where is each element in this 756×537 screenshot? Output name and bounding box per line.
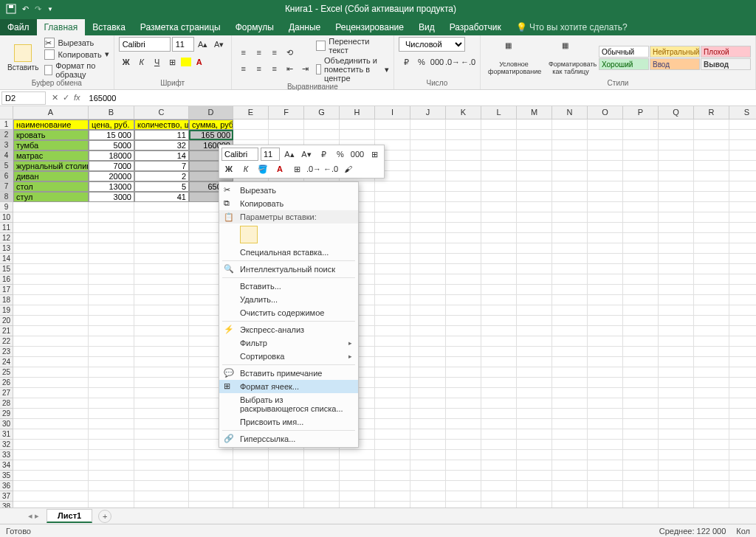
cell-P12[interactable] (623, 233, 659, 243)
cell-M29[interactable] (517, 409, 552, 419)
cell-A32[interactable] (13, 440, 89, 450)
cell-A20[interactable] (13, 316, 89, 326)
cell-O36[interactable] (588, 481, 623, 491)
cell-I37[interactable] (375, 491, 410, 502)
cell-R5[interactable] (694, 161, 729, 171)
cell-F33[interactable] (269, 450, 304, 460)
cell-Q23[interactable] (659, 347, 694, 357)
cell-M26[interactable] (517, 378, 552, 388)
cell-S36[interactable] (729, 481, 756, 491)
cell-S21[interactable] (729, 326, 756, 336)
dec-decimal-icon[interactable]: ←.0 (461, 55, 475, 69)
bold-button[interactable]: Ж (119, 55, 134, 69)
cell-R4[interactable] (694, 150, 729, 161)
cell-O20[interactable] (588, 316, 623, 326)
cell-S4[interactable] (729, 150, 756, 161)
cell-C17[interactable] (134, 285, 189, 295)
cell-A31[interactable] (13, 429, 89, 440)
cell-B2[interactable]: 15 000 (89, 130, 134, 140)
row-header-3[interactable]: 3 (0, 140, 13, 150)
cell-L26[interactable] (481, 378, 517, 388)
cell-B36[interactable] (89, 481, 134, 491)
cell-B33[interactable] (89, 450, 134, 460)
mini-italic-button[interactable]: К (238, 162, 253, 176)
cell-C21[interactable] (134, 326, 189, 336)
cell-C19[interactable] (134, 305, 189, 316)
cell-B21[interactable] (89, 326, 134, 336)
cm-copy[interactable]: ⧉Копировать (219, 197, 358, 210)
row-header-12[interactable]: 12 (0, 233, 13, 243)
cell-F36[interactable] (269, 481, 304, 491)
align-bottom-icon[interactable]: ≡ (267, 46, 282, 59)
cell-L15[interactable] (481, 264, 517, 274)
cell-C8[interactable]: 41 (134, 192, 189, 202)
cell-A24[interactable] (13, 357, 89, 367)
cell-D1[interactable]: сумма, руб. (189, 119, 233, 130)
cell-O3[interactable] (588, 140, 623, 150)
cell-J18[interactable] (410, 295, 446, 305)
cell-J30[interactable] (410, 419, 446, 429)
cell-A8[interactable]: стул (13, 192, 89, 202)
cm-format-cells[interactable]: ⊞Формат ячеек... (219, 380, 358, 393)
cell-P20[interactable] (623, 316, 659, 326)
format-painter-button[interactable]: Формат по образцу (44, 61, 109, 79)
percent-icon[interactable]: % (414, 55, 429, 69)
cell-P32[interactable] (623, 440, 659, 450)
cell-S31[interactable] (729, 429, 756, 440)
mini-format-painter-icon[interactable]: 🖌 (340, 162, 355, 176)
cell-P11[interactable] (623, 223, 659, 233)
cell-P26[interactable] (623, 378, 659, 388)
cell-M30[interactable] (517, 419, 552, 429)
cell-E36[interactable] (233, 481, 269, 491)
cell-N37[interactable] (552, 491, 588, 502)
row-header-21[interactable]: 21 (0, 326, 13, 336)
cell-R22[interactable] (694, 336, 729, 347)
row-header-2[interactable]: 2 (0, 130, 13, 140)
cell-M22[interactable] (517, 336, 552, 347)
cell-A23[interactable] (13, 347, 89, 357)
cell-Q37[interactable] (659, 491, 694, 502)
cell-C33[interactable] (134, 450, 189, 460)
cell-K20[interactable] (446, 316, 481, 326)
cell-N7[interactable] (552, 181, 588, 192)
cell-L19[interactable] (481, 305, 517, 316)
cell-S24[interactable] (729, 357, 756, 367)
cell-Q25[interactable] (659, 367, 694, 378)
cell-G35[interactable] (304, 471, 340, 481)
cell-R34[interactable] (694, 460, 729, 471)
cell-D2[interactable]: 165 000 (189, 130, 233, 140)
cell-P23[interactable] (623, 347, 659, 357)
cell-H2[interactable] (340, 130, 375, 140)
cell-I26[interactable] (375, 378, 410, 388)
cell-G2[interactable] (304, 130, 340, 140)
cell-L6[interactable] (481, 171, 517, 181)
cell-P37[interactable] (623, 491, 659, 502)
cell-A9[interactable] (13, 202, 89, 212)
cell-I33[interactable] (375, 450, 410, 460)
cell-I9[interactable] (375, 202, 410, 212)
cell-A28[interactable] (13, 398, 89, 409)
cell-J25[interactable] (410, 367, 446, 378)
cell-R11[interactable] (694, 223, 729, 233)
cell-B12[interactable] (89, 233, 134, 243)
col-header-L[interactable]: L (481, 106, 517, 119)
row-header-1[interactable]: 1 (0, 119, 13, 130)
cell-S3[interactable] (729, 140, 756, 150)
cell-R2[interactable] (694, 130, 729, 140)
cell-Q32[interactable] (659, 440, 694, 450)
cell-P14[interactable] (623, 254, 659, 264)
row-header-28[interactable]: 28 (0, 398, 13, 409)
cell-B32[interactable] (89, 440, 134, 450)
col-header-A[interactable]: A (13, 106, 89, 119)
cell-R35[interactable] (694, 471, 729, 481)
cell-J22[interactable] (410, 336, 446, 347)
cell-S23[interactable] (729, 347, 756, 357)
col-header-Q[interactable]: Q (659, 106, 694, 119)
cell-L20[interactable] (481, 316, 517, 326)
cell-Q30[interactable] (659, 419, 694, 429)
cm-insert-comment[interactable]: 💬Вставить примечание (219, 367, 358, 380)
cell-H33[interactable] (340, 450, 375, 460)
cell-A34[interactable] (13, 460, 89, 471)
cell-Q29[interactable] (659, 409, 694, 419)
cell-A6[interactable]: диван (13, 171, 89, 181)
